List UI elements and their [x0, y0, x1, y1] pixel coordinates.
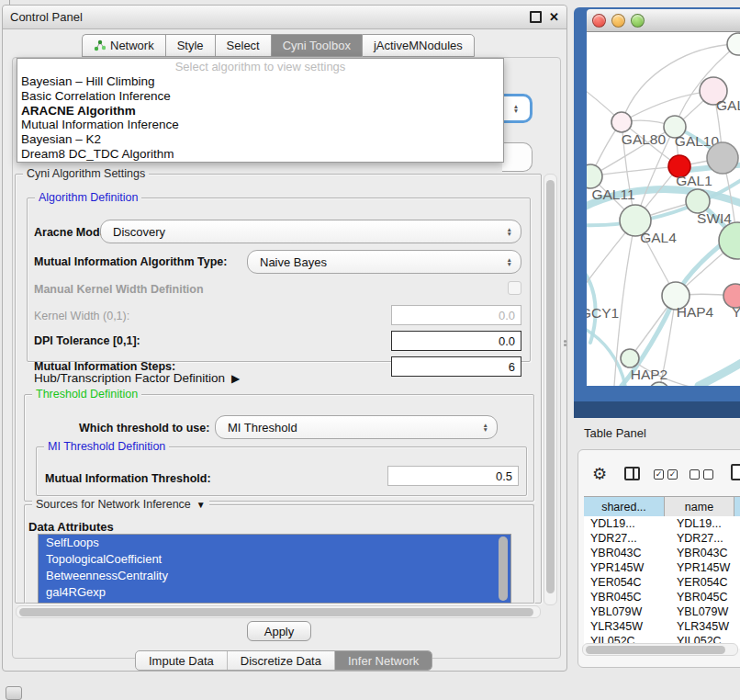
dpi-tolerance-field[interactable]: 0.0 [391, 331, 521, 351]
desktop: { "control_panel": { "title": "Control P… [0, 0, 740, 700]
algorithm-option[interactable]: Mutual Information Inference [17, 118, 503, 132]
table-header: shared...nameA [584, 496, 740, 518]
data-attributes-list[interactable]: SelfLoopsTopologicalCoefficientBetweenne… [38, 534, 511, 604]
attribute-list-item[interactable]: TopologicalCoefficient [39, 551, 510, 568]
table-icon-partial[interactable] [731, 464, 740, 480]
table-horizontal-scrollbar-thumb[interactable] [586, 646, 725, 654]
dpi-tolerance-value: 0.0 [499, 334, 515, 348]
control-panel-title: Control Panel [10, 10, 83, 24]
table-column-header[interactable]: A [734, 496, 740, 518]
which-threshold-value: MI Threshold [228, 421, 297, 435]
table-cell: YER054C [584, 575, 670, 590]
network-node[interactable] [649, 382, 669, 386]
algorithm-option[interactable]: Dream8 DC_TDC Algorithm [17, 147, 503, 162]
combo-stepper-icon: ▲▼ [507, 227, 512, 237]
checked-checkbox-icon[interactable]: ✓ [667, 469, 678, 480]
table-cell: YBR043C [670, 546, 740, 560]
mi-type-label: Mutual Information Algorithm Type: [34, 255, 227, 268]
tab-network-label: Network [110, 39, 154, 52]
table-cell: YDL19... [670, 516, 740, 531]
table-cell: YLR345W [584, 619, 670, 634]
table-cell: YBR043C [584, 546, 670, 560]
table-cell: YLR345W [670, 619, 740, 634]
table-row[interactable]: YER054CYER054C8. [584, 575, 740, 590]
mi-steps-field[interactable]: 6 [391, 356, 521, 377]
algorithm-option[interactable]: ARACNE Algorithm [17, 104, 503, 119]
tab-jactivemnodules[interactable]: jActiveMNodules [362, 34, 475, 57]
aracne-mode-combo[interactable]: Discovery ▲▼ [100, 220, 521, 243]
apply-button-label: Apply [264, 625, 295, 638]
mi-threshold-value: 0.5 [496, 469, 512, 483]
inference-algorithm-combo-fragment[interactable]: ▲▼ [502, 94, 533, 123]
table-horizontal-scrollbar-track[interactable] [582, 643, 738, 656]
which-threshold-combo[interactable]: MI Threshold ▲▼ [215, 415, 498, 439]
settings-horizontal-scrollbar-track[interactable] [16, 605, 541, 618]
settings-horizontal-scrollbar-thumb[interactable] [19, 608, 533, 616]
table-row[interactable]: YPR145WYPR145W9. [584, 560, 740, 575]
mi-steps-value: 6 [509, 360, 515, 374]
mi-threshold-label: Mutual Information Threshold: [45, 472, 211, 485]
network-canvas[interactable]: GALGAL80GAL10GAL1GAL11SWI4GAL4GCY1HAP4YH… [587, 32, 740, 386]
table-cell: YBR045C [584, 590, 670, 604]
combo-stepper-icon: ▲▼ [483, 423, 488, 433]
attributes-list-scrollbar[interactable] [499, 536, 508, 601]
gear-icon[interactable]: ⚙ [592, 464, 607, 484]
node-label: HAP4 [677, 304, 714, 320]
table-column-header[interactable]: name [665, 496, 734, 518]
tab-network[interactable]: Network [82, 34, 165, 57]
split-view-icon[interactable] [624, 467, 640, 480]
sources-group-title-wrap[interactable]: Sources for Network Inference ▼ [32, 498, 209, 511]
float-window-icon[interactable] [530, 11, 542, 23]
network-node-gal80[interactable] [611, 112, 632, 132]
kernel-width-value: 0.0 [499, 309, 515, 322]
tab-cyni-toolbox[interactable]: Cyni Toolbox [271, 34, 362, 57]
algorithm-option[interactable]: Basic Correlation Inference [17, 89, 503, 104]
collapsed-panel-icon[interactable] [6, 686, 22, 700]
table-cell: YDR27... [584, 531, 670, 546]
table-row[interactable]: YBL079WYBL079W [584, 604, 740, 619]
settings-vertical-scrollbar-thumb[interactable] [546, 180, 555, 593]
panel-splitter-grip[interactable] [563, 339, 567, 350]
tab-discretize-data[interactable]: Discretize Data [228, 651, 335, 670]
table-cell: YPR145W [670, 560, 740, 575]
close-traffic-light[interactable] [592, 14, 606, 28]
minimize-traffic-light[interactable] [611, 14, 625, 28]
tab-select[interactable]: Select [215, 34, 271, 57]
settings-vertical-scrollbar-track[interactable] [544, 174, 557, 605]
control-panel-titlebar: Control Panel ✕ [3, 6, 566, 29]
algorithm-option[interactable]: Bayesian – Hill Climbing [17, 74, 503, 89]
table-column-header[interactable]: shared... [584, 496, 665, 518]
algorithm-definition-title: Algorithm Definition [35, 191, 141, 204]
kernel-width-field[interactable]: 0.0 [391, 305, 521, 325]
network-node[interactable] [707, 142, 738, 174]
algorithm-dropdown-list: Bayesian – Hill ClimbingBasic Correlatio… [17, 74, 503, 162]
table-row[interactable]: YBR043CYBR043C [584, 546, 740, 560]
table-row[interactable]: YDR27...YDR27...12 [584, 531, 740, 546]
manual-kernel-checkbox[interactable] [508, 281, 521, 295]
node-label: GAL4 [640, 230, 677, 245]
table-row[interactable]: YLR345WYLR345W9. [584, 619, 740, 634]
hub-definition-toggle[interactable]: Hub/Transcription Factor Definition ▶ [34, 371, 240, 385]
tab-impute-data[interactable]: Impute Data [136, 651, 228, 670]
apply-button[interactable]: Apply [247, 621, 311, 641]
table-row[interactable]: YDL19...YDL19...13 [584, 516, 740, 531]
unchecked-checkbox-icon[interactable] [703, 469, 713, 480]
attribute-list-item[interactable]: gal4RGexp [39, 584, 510, 601]
unchecked-checkbox-icon[interactable] [690, 469, 700, 480]
network-window-titlebar[interactable] [587, 9, 740, 32]
tab-style[interactable]: Style [165, 34, 215, 57]
tab-infer-network[interactable]: Infer Network [335, 651, 432, 670]
attribute-list-item[interactable]: SelfLoops [39, 535, 510, 551]
table-row[interactable]: YBR045CYBR045C9. [584, 590, 740, 604]
close-icon[interactable]: ✕ [549, 11, 559, 23]
aracne-mode-label: Aracne Mode: [34, 226, 110, 239]
network-selector-combo-fragment[interactable] [502, 142, 533, 172]
attribute-list-item[interactable]: BetweennessCentrality [39, 568, 510, 584]
node-label: HAP2 [631, 367, 668, 382]
checked-checkbox-icon[interactable]: ✓ [654, 469, 664, 480]
mi-threshold-field[interactable]: 0.5 [387, 466, 519, 486]
zoom-traffic-light[interactable] [631, 14, 645, 28]
algorithm-option[interactable]: Bayesian – K2 [17, 132, 503, 147]
network-node-hap2[interactable] [621, 349, 639, 367]
mi-type-combo[interactable]: Naive Bayes ▲▼ [247, 250, 521, 274]
